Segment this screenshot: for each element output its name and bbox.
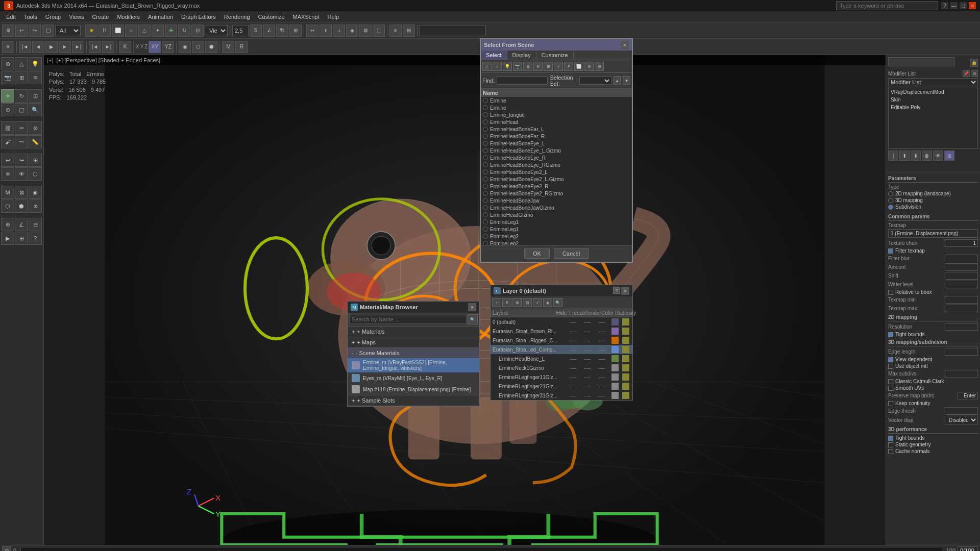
sfs-item[interactable]: ErmineHeadBoneEar_R bbox=[481, 133, 632, 140]
sfs-tb-invert[interactable]: ⬜ bbox=[574, 62, 583, 71]
toolbar-snap-3d[interactable]: S bbox=[250, 24, 262, 37]
sfs-item[interactable]: ErimineLeg1 bbox=[481, 226, 632, 233]
layer-item[interactable]: ErmineRLegfinger21Giz... ---- ---- ---- bbox=[491, 382, 632, 391]
lt-measure[interactable]: 📏 bbox=[29, 135, 42, 148]
sfs-tab-select[interactable]: Select bbox=[481, 51, 507, 60]
lt-rotate[interactable]: ↻ bbox=[15, 89, 28, 103]
layer-color-swatch[interactable] bbox=[611, 318, 619, 325]
mod-delete-btn[interactable]: 🗑 bbox=[922, 151, 932, 161]
lt-select-region[interactable]: ▢ bbox=[15, 103, 28, 116]
sfs-tab-display[interactable]: Display bbox=[507, 51, 536, 60]
toolbar-align-view[interactable]: ⬚ bbox=[373, 24, 385, 37]
layer-item[interactable]: ErmineNeck1Gizmo ---- ---- ---- bbox=[491, 363, 632, 372]
sfs-item[interactable]: ErimineLeg2 bbox=[481, 233, 632, 240]
toolbar-percent-snap[interactable]: % bbox=[276, 24, 288, 37]
layers-help-btn[interactable]: ? bbox=[613, 287, 620, 294]
sfs-tb-all[interactable]: ✓ bbox=[554, 62, 563, 71]
modifier-config-btn[interactable]: ⚙ bbox=[971, 70, 978, 77]
lt-lights[interactable]: 💡 bbox=[29, 57, 42, 70]
layer-item[interactable]: 0 (default) ---- ---- ---- bbox=[491, 317, 632, 327]
menu-rendering[interactable]: Rendering bbox=[220, 13, 254, 21]
axis-yz-btn[interactable]: YZ bbox=[162, 41, 174, 53]
next-frame-2[interactable]: ►| bbox=[102, 41, 114, 53]
sfs-item[interactable]: ErmineHeadBoneEye_R bbox=[481, 154, 632, 161]
menu-modifiers[interactable]: Modifiers bbox=[113, 13, 144, 21]
toolbar-normal-align[interactable]: ⊥ bbox=[333, 24, 345, 37]
toggle-ribbon[interactable]: ≡ bbox=[2, 41, 14, 53]
preserve-map-input[interactable] bbox=[958, 392, 978, 399]
classic-catmull-check[interactable] bbox=[888, 379, 893, 384]
render-settings[interactable]: R bbox=[235, 41, 248, 53]
layer-color-swatch[interactable] bbox=[611, 355, 619, 362]
toolbar-align-camera[interactable]: ⊠ bbox=[359, 24, 372, 37]
render-view[interactable]: ⬢ bbox=[205, 41, 217, 53]
lt-render2[interactable]: ⬡ bbox=[1, 199, 14, 213]
viewport-header[interactable]: [+] [+] [Perspective] [Shaded + Edged Fa… bbox=[44, 55, 886, 65]
prev-key[interactable]: ◄ bbox=[32, 41, 44, 53]
layers-close-btn[interactable]: × bbox=[621, 287, 629, 295]
lt-rubber-band[interactable]: 〜 bbox=[15, 135, 28, 148]
menu-edit[interactable]: Edit bbox=[2, 13, 20, 21]
lt-hide[interactable]: 👁 bbox=[15, 167, 28, 181]
menu-help[interactable]: Help bbox=[324, 13, 344, 21]
water-level-input[interactable]: 0,0cm bbox=[945, 281, 978, 288]
layer-item[interactable]: ErmineRLegfinger31Giz... ---- ---- ---- bbox=[491, 391, 632, 400]
object-name-input[interactable]: Ermine bbox=[888, 57, 954, 66]
viewport-label[interactable]: [+] [Perspective] [Shaded + Edged Faces] bbox=[57, 57, 161, 63]
play[interactable]: ▶ bbox=[45, 41, 58, 53]
mb-scene-materials-header[interactable]: - - Scene Materials bbox=[348, 348, 479, 358]
prev-frame[interactable]: |◄ bbox=[19, 41, 31, 53]
layers-new-btn[interactable]: + bbox=[492, 298, 501, 307]
timeline-bar[interactable] bbox=[20, 547, 942, 551]
sfs-item[interactable]: ErmineHeadBoneJawGizmo bbox=[481, 204, 632, 211]
layers-active-btn[interactable]: ✓ bbox=[533, 298, 542, 307]
tex-chan-input[interactable]: 1 bbox=[945, 239, 978, 247]
sfs-item[interactable]: ErmineHeadBoneEye_L.Gizmo bbox=[481, 147, 632, 154]
lt-render[interactable]: ◉ bbox=[29, 186, 42, 199]
layers-highlight-btn[interactable]: ◈ bbox=[543, 298, 552, 307]
lt-schematic[interactable]: ⊞ bbox=[15, 232, 28, 245]
layers-find-btn[interactable]: 🔍 bbox=[553, 298, 562, 307]
lt-create[interactable]: ⊕ bbox=[1, 57, 14, 70]
layer-item[interactable]: Eurasian_Stoat_Brown_Ri... ---- ---- ---… bbox=[491, 327, 632, 336]
sfs-item[interactable]: ErimineLeg1 bbox=[481, 218, 632, 226]
amount-input[interactable]: 0,4cm bbox=[945, 263, 978, 271]
prev-frame-2[interactable]: |◄ bbox=[89, 41, 101, 53]
menu-create[interactable]: Create bbox=[88, 13, 113, 21]
toolbar-angle-snap[interactable]: ∠ bbox=[263, 24, 275, 37]
lt-material[interactable]: M bbox=[1, 186, 14, 199]
toolbar-scale[interactable]: ⊡ bbox=[191, 24, 204, 37]
layer-color-swatch[interactable] bbox=[611, 383, 619, 390]
search-input[interactable] bbox=[836, 1, 938, 10]
layer-item[interactable]: Eurasian_Stoa...ed_Comp... ---- ---- ---… bbox=[491, 345, 632, 354]
viewport-plus[interactable]: [+] bbox=[47, 57, 54, 63]
toolbar-rotate[interactable]: ↻ bbox=[178, 24, 190, 37]
view-dependent-check[interactable] bbox=[888, 357, 893, 362]
lt-helpers[interactable]: ⊞ bbox=[15, 71, 28, 84]
toolbar-redo[interactable]: ↪ bbox=[29, 24, 41, 37]
edge-length-input[interactable]: 4,0 bbox=[945, 348, 978, 356]
rel-bbox-check[interactable] bbox=[888, 290, 893, 295]
lt-freeze[interactable]: ❄ bbox=[1, 167, 14, 181]
sfs-item[interactable]: ErmineHeadBoneEye2_L.Gizmo bbox=[481, 176, 632, 183]
static-geometry-check[interactable] bbox=[888, 442, 893, 447]
create-selection-input[interactable]: Create Selection... bbox=[420, 25, 486, 36]
menu-views[interactable]: Views bbox=[65, 13, 88, 21]
close-button[interactable]: ✕ bbox=[969, 2, 976, 9]
smooth-uvs-check[interactable] bbox=[888, 386, 893, 391]
menu-maxscript[interactable]: MAXScript bbox=[289, 13, 324, 21]
toolbar-circle-select[interactable]: ○ bbox=[125, 24, 137, 37]
lock-selection-btn[interactable]: 🔒 bbox=[970, 59, 978, 67]
sfs-tb-up[interactable]: ▲ bbox=[614, 76, 621, 85]
maximize-button[interactable]: □ bbox=[960, 2, 967, 9]
next-key[interactable]: ► bbox=[59, 41, 71, 53]
toolbar-select-name[interactable]: H bbox=[99, 24, 111, 37]
lt-spacewarps[interactable]: ≋ bbox=[29, 71, 42, 84]
filter-texmap-check[interactable] bbox=[888, 248, 893, 254]
lt-snap[interactable]: ⊕ bbox=[1, 218, 14, 231]
toolbar-mirror[interactable]: ⇔ bbox=[306, 24, 318, 37]
toggle-set-key[interactable]: K bbox=[119, 41, 131, 53]
mb-item-map118[interactable]: Map #118 (Ermine_Displacement.png) [Ermi… bbox=[348, 384, 479, 395]
help-button[interactable]: ? bbox=[941, 2, 948, 9]
lt-wire[interactable]: ⊞ bbox=[29, 154, 42, 167]
